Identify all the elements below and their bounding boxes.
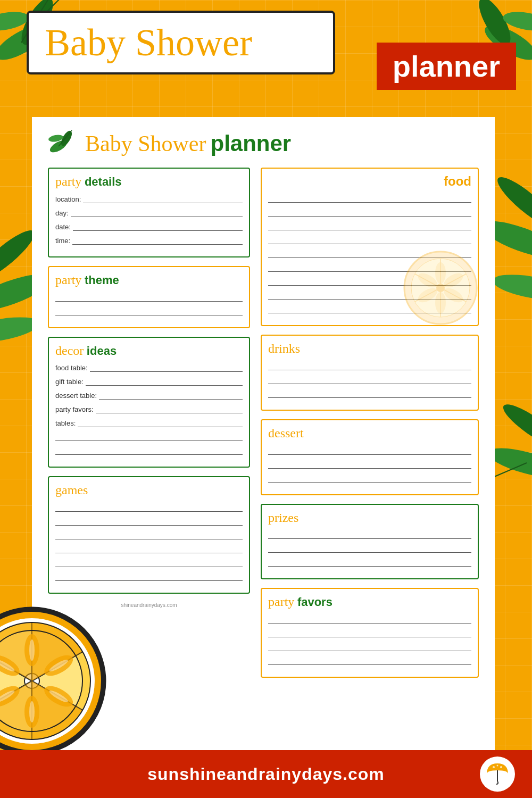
party-theme-section: party theme: [48, 266, 250, 328]
prizes-line-1: [268, 529, 471, 539]
decor-extra-line-1: [55, 431, 243, 441]
party-favors-line-4: [268, 655, 471, 665]
time-underline: [72, 235, 243, 245]
games-line-5: [55, 558, 243, 567]
decor-script: decor: [55, 344, 84, 358]
party-details-section: party details location: day: date: time:: [48, 168, 250, 257]
day-underline: [71, 207, 243, 217]
tables-label: tables:: [55, 419, 76, 427]
drinks-title: drinks: [268, 341, 471, 356]
location-label: location:: [55, 195, 81, 203]
party-favors-line-1: [268, 614, 471, 624]
time-label: time:: [55, 237, 70, 245]
footer: sunshineandrainydays.com: [0, 750, 532, 798]
games-line-6: [55, 571, 243, 581]
food-table-field: food table:: [55, 362, 243, 372]
party-details-bold: details: [85, 175, 122, 188]
day-field: day:: [55, 207, 243, 217]
dessert-table-field: dessert table:: [55, 390, 243, 400]
footer-logo: [479, 755, 516, 793]
food-line-1: [268, 193, 471, 203]
drinks-line-2: [268, 375, 471, 384]
header-script-title: Baby Shower: [45, 23, 317, 62]
svg-point-13: [491, 270, 532, 304]
food-section: food: [261, 168, 479, 326]
food-table-underline: [90, 362, 243, 372]
party-favors-script: party: [268, 595, 294, 609]
gift-table-field: gift table:: [55, 376, 243, 386]
food-line-3: [268, 221, 471, 230]
games-line-4: [55, 544, 243, 553]
doc-leaf-icon: [48, 128, 80, 160]
svg-point-65: [500, 766, 502, 768]
dessert-line-2: [268, 459, 471, 469]
gift-table-label: gift table:: [55, 378, 84, 386]
party-theme-title: party theme: [55, 272, 243, 288]
party-theme-bold: theme: [85, 273, 119, 287]
title-box: Baby Shower: [27, 11, 335, 74]
svg-point-15: [498, 399, 532, 453]
party-theme-line-1: [55, 292, 243, 302]
date-label: date:: [55, 223, 71, 231]
svg-point-30: [435, 262, 446, 284]
ideas-bold: ideas: [87, 344, 117, 358]
drinks-section: drinks: [261, 335, 479, 411]
svg-point-64: [493, 766, 495, 768]
planner-red-box: planner: [377, 43, 516, 90]
drinks-line-3: [268, 388, 471, 398]
doc-title-script: Baby Shower: [85, 131, 206, 156]
party-favors-section: party favors: [261, 588, 479, 678]
games-title: games: [55, 483, 243, 498]
prizes-section: prizes: [261, 504, 479, 580]
party-theme-line-2: [55, 306, 243, 315]
party-details-title: party details: [55, 174, 243, 189]
drinks-line-1: [268, 361, 471, 370]
dessert-script: dessert: [268, 426, 304, 440]
bottom-orange-slice: [0, 606, 106, 755]
prizes-title: prizes: [268, 510, 471, 526]
party-favors-decor-underline: [96, 404, 243, 413]
decor-ideas-title: decor ideas: [55, 343, 243, 359]
games-line-1: [55, 502, 243, 512]
party-favors-bold: favors: [297, 595, 332, 609]
location-field: location:: [55, 194, 243, 203]
dessert-line-1: [268, 445, 471, 455]
footer-website: sunshineandrainydays.com: [147, 764, 384, 784]
svg-point-66: [497, 765, 498, 767]
drinks-script: drinks: [268, 342, 300, 355]
games-line-3: [55, 530, 243, 539]
party-favors-decor-label: party favors:: [55, 405, 94, 413]
dessert-line-3: [268, 473, 471, 483]
date-underline: [73, 221, 243, 231]
gift-table-underline: [86, 376, 243, 386]
tables-underline: [78, 418, 243, 427]
games-script: games: [55, 483, 88, 497]
decor-extra-line-2: [55, 445, 243, 455]
food-orange-watermark: [403, 251, 478, 325]
dessert-title: dessert: [268, 426, 471, 441]
dessert-table-underline: [99, 390, 243, 400]
svg-point-57: [29, 701, 35, 722]
doc-title-bold: planner: [210, 131, 291, 156]
prizes-line-3: [268, 557, 471, 567]
day-label: day:: [55, 209, 69, 217]
dessert-table-label: dessert table:: [55, 392, 97, 400]
header-area: Baby Shower planner: [27, 11, 505, 74]
food-table-label: food table:: [55, 364, 88, 372]
decor-ideas-section: decor ideas food table: gift table: dess…: [48, 337, 250, 468]
date-field: date:: [55, 221, 243, 231]
food-title: food: [268, 174, 471, 189]
party-favors-title: party favors: [268, 594, 471, 610]
games-section: games: [48, 476, 250, 594]
svg-point-54: [29, 639, 35, 661]
party-details-script: party: [55, 174, 81, 188]
party-favors-line-3: [268, 642, 471, 651]
doc-columns: party details location: day: date: time:: [48, 168, 479, 686]
dessert-section: dessert: [261, 419, 479, 495]
tables-field: tables:: [55, 418, 243, 427]
party-theme-script: party: [55, 273, 81, 287]
prizes-line-2: [268, 543, 471, 553]
party-favors-line-2: [268, 628, 471, 637]
party-favors-decor-field: party favors:: [55, 404, 243, 413]
food-line-4: [268, 235, 471, 244]
